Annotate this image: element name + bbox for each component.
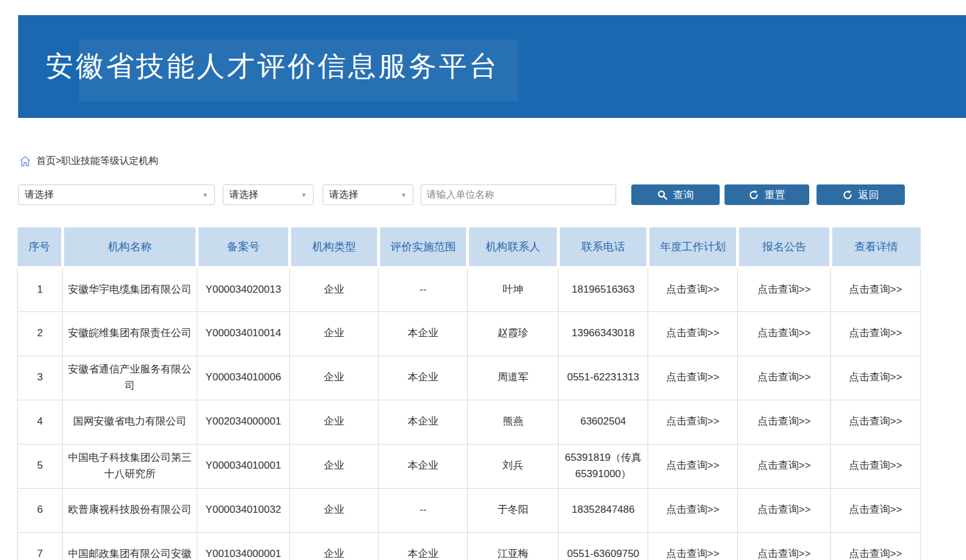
breadcrumb-text[interactable]: 首页>职业技能等级认定机构 xyxy=(36,155,158,168)
cell-phone: 63602504 xyxy=(559,400,648,444)
annual-plan-link[interactable]: 点击查询>> xyxy=(648,532,738,560)
table-row: 2 安徽皖维集团有限责任公司 Y000034010014 企业 本企业 赵霞珍 … xyxy=(18,311,921,356)
query-button[interactable]: 查询 xyxy=(631,184,720,205)
cell-serial: 4 xyxy=(18,400,63,444)
notice-link[interactable]: 点击查询>> xyxy=(738,488,831,532)
details-link[interactable]: 点击查询>> xyxy=(831,267,921,311)
cell-scope: -- xyxy=(379,488,468,532)
notice-link[interactable]: 点击查询>> xyxy=(738,444,831,488)
filter-dropdown-3[interactable]: 请选择 ▼ xyxy=(323,184,413,205)
cell-scope: 本企业 xyxy=(379,532,468,560)
cell-org-name: 国网安徽省电力有限公司 xyxy=(63,400,197,444)
col-header-org-type: 机构类型 xyxy=(290,227,379,267)
notice-link[interactable]: 点击查询>> xyxy=(738,532,831,560)
notice-link[interactable]: 点击查询>> xyxy=(738,267,831,311)
cell-org-type: 企业 xyxy=(290,267,379,311)
cell-scope: 本企业 xyxy=(379,444,468,488)
reset-button[interactable]: 重置 xyxy=(724,184,809,205)
cell-serial: 6 xyxy=(18,488,63,532)
cell-record-no: Y000034010014 xyxy=(197,311,290,356)
notice-link[interactable]: 点击查询>> xyxy=(738,400,831,444)
table-row: 5 中国电子科技集团公司第三十八研究所 Y000034010001 企业 本企业… xyxy=(18,444,921,488)
col-header-details: 查看详情 xyxy=(831,227,921,267)
details-link[interactable]: 点击查询>> xyxy=(831,356,921,400)
unit-name-search-input[interactable] xyxy=(421,184,616,205)
notice-link[interactable]: 点击查询>> xyxy=(738,311,831,356)
table-row: 4 国网安徽省电力有限公司 Y002034000001 企业 本企业 熊燕 63… xyxy=(18,400,921,444)
annual-plan-link[interactable]: 点击查询>> xyxy=(648,488,738,532)
home-icon[interactable] xyxy=(19,155,31,168)
cell-org-type: 企业 xyxy=(290,356,379,400)
cell-org-name: 欧普康视科技股份有限公司 xyxy=(63,488,197,532)
cell-contact: 赵霞珍 xyxy=(468,311,559,356)
details-link[interactable]: 点击查询>> xyxy=(831,444,921,488)
cell-record-no: Y000034010001 xyxy=(197,444,290,488)
cell-org-type: 企业 xyxy=(290,444,379,488)
cell-scope: 本企业 xyxy=(379,400,468,444)
cell-phone: 0551-62231313 xyxy=(559,356,648,400)
refresh-icon xyxy=(843,190,853,200)
cell-contact: 刘兵 xyxy=(468,444,559,488)
filter-dropdown-2[interactable]: 请选择 ▼ xyxy=(223,184,314,205)
cell-serial: 2 xyxy=(18,311,63,356)
cell-serial: 5 xyxy=(18,444,63,488)
cell-org-type: 企业 xyxy=(290,311,379,356)
cell-org-name: 安徽华宇电缆集团有限公司 xyxy=(63,267,197,311)
details-link[interactable]: 点击查询>> xyxy=(831,532,921,560)
cell-record-no: Y001034000001 xyxy=(197,532,290,560)
filter-dropdown-1[interactable]: 请选择 ▼ xyxy=(18,184,215,205)
cell-contact: 江亚梅 xyxy=(468,532,559,560)
col-header-org-name: 机构名称 xyxy=(63,227,197,267)
annual-plan-link[interactable]: 点击查询>> xyxy=(648,400,738,444)
back-button[interactable]: 返回 xyxy=(816,184,905,205)
cell-contact: 叶坤 xyxy=(468,267,559,311)
col-header-contact: 机构联系人 xyxy=(468,227,559,267)
col-header-annual-plan: 年度工作计划 xyxy=(648,227,738,267)
table-row: 1 安徽华宇电缆集团有限公司 Y000034020013 企业 -- 叶坤 18… xyxy=(18,267,921,311)
details-link[interactable]: 点击查询>> xyxy=(831,400,921,444)
chevron-down-icon: ▼ xyxy=(202,192,208,198)
site-banner: 安徽省技能人才评价信息服务平台 xyxy=(18,15,966,118)
details-link[interactable]: 点击查询>> xyxy=(831,311,921,356)
details-link[interactable]: 点击查询>> xyxy=(831,488,921,532)
cell-contact: 周道军 xyxy=(468,356,559,400)
annual-plan-link[interactable]: 点击查询>> xyxy=(648,267,738,311)
cell-contact: 熊燕 xyxy=(468,400,559,444)
annual-plan-link[interactable]: 点击查询>> xyxy=(648,444,738,488)
cell-phone: 13966343018 xyxy=(559,311,648,356)
annual-plan-link[interactable]: 点击查询>> xyxy=(648,311,738,356)
cell-contact: 于冬阳 xyxy=(468,488,559,532)
cell-org-type: 企业 xyxy=(290,488,379,532)
cell-record-no: Y002034000001 xyxy=(197,400,290,444)
cell-org-name: 安徽省通信产业服务有限公司 xyxy=(63,356,197,400)
col-header-serial: 序号 xyxy=(18,227,63,267)
filter-bar: 请选择 ▼ 请选择 ▼ 请选择 ▼ 查询 重置 xyxy=(0,184,966,206)
table-row: 6 欧普康视科技股份有限公司 Y000034010032 企业 -- 于冬阳 1… xyxy=(18,488,921,532)
chevron-down-icon: ▼ xyxy=(401,192,407,198)
cell-org-name: 安徽皖维集团有限责任公司 xyxy=(63,311,197,356)
cell-scope: -- xyxy=(379,267,468,311)
dropdown-value: 请选择 xyxy=(329,189,358,201)
breadcrumb: 首页>职业技能等级认定机构 xyxy=(19,152,158,169)
cell-org-name: 中国电子科技集团公司第三十八研究所 xyxy=(63,444,197,488)
chevron-down-icon: ▼ xyxy=(301,192,307,198)
cell-serial: 1 xyxy=(18,267,63,311)
dropdown-value: 请选择 xyxy=(229,189,258,201)
refresh-icon xyxy=(749,190,759,200)
annual-plan-link[interactable]: 点击查询>> xyxy=(648,356,738,400)
search-icon xyxy=(657,190,668,200)
table-row: 3 安徽省通信产业服务有限公司 Y000034010006 企业 本企业 周道军… xyxy=(18,356,921,400)
col-header-scope: 评价实施范围 xyxy=(379,227,468,267)
cell-phone: 0551-63609750 xyxy=(559,532,648,560)
col-header-notice: 报名公告 xyxy=(738,227,831,267)
notice-link[interactable]: 点击查询>> xyxy=(738,356,831,400)
cell-record-no: Y000034010006 xyxy=(197,356,290,400)
cell-serial: 3 xyxy=(18,356,63,400)
cell-serial: 7 xyxy=(18,532,63,560)
cell-org-type: 企业 xyxy=(290,400,379,444)
dropdown-value: 请选择 xyxy=(25,189,54,201)
cell-org-name: 中国邮政集团有限公司安徽 xyxy=(63,532,197,560)
col-header-phone: 联系电话 xyxy=(559,227,648,267)
table-row: 7 中国邮政集团有限公司安徽 Y001034000001 企业 本企业 江亚梅 … xyxy=(18,532,921,560)
cell-record-no: Y000034020013 xyxy=(197,267,290,311)
